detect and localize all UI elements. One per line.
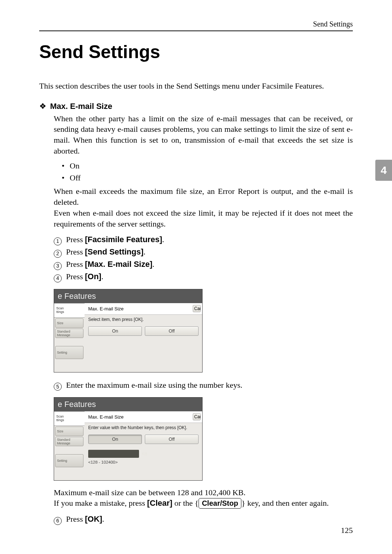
device-side-setting-2[interactable]: Setting	[55, 454, 83, 467]
device-screenshot-1: e Features Scan ttings Size Standard Mes…	[54, 289, 203, 372]
device-side-standard-message-2[interactable]: Standard Message	[55, 437, 83, 446]
step-6: Press [OK].	[66, 513, 353, 525]
note-mistake: If you make a mistake, press [Clear] or …	[54, 498, 353, 509]
step-4: Press [On].	[66, 270, 353, 283]
note-mistake-pre: If you make a mistake, press	[54, 498, 147, 508]
step-4-suffix: .	[101, 272, 103, 281]
step-number-2: 2	[54, 250, 62, 258]
step-3-prefix: Press	[66, 260, 85, 269]
device-on-button-2[interactable]: On	[88, 435, 142, 444]
step-number-3: 3	[54, 262, 62, 270]
page-number: 125	[341, 526, 353, 535]
step-number-4: 4	[54, 274, 62, 282]
step-number-5: 5	[54, 383, 62, 391]
step-2-bold: [Send Settings]	[85, 247, 143, 256]
note-mistake-clear: [Clear]	[147, 498, 172, 508]
step-4-prefix: Press	[66, 272, 85, 281]
step-5: Enter the maximum e-mail size using the …	[66, 379, 353, 391]
step-1-prefix: Press	[66, 235, 85, 244]
note-mistake-mid: or the	[172, 498, 195, 508]
device-tab-scan-line2: ttings	[56, 310, 64, 314]
section-para-1: When the other party has a limit on the …	[54, 113, 353, 156]
device-titlebar-2: e Features	[54, 398, 202, 411]
page-title: Send Settings	[39, 41, 353, 62]
section-para-3: Even when e-mail does not exceed the siz…	[54, 208, 353, 229]
device-side-size-2[interactable]: Size	[55, 427, 83, 436]
note-range: Maximum e-mail size can be between 128 a…	[54, 487, 353, 498]
note-mistake-post: key, and then enter again.	[245, 498, 329, 508]
step-6-prefix: Press	[66, 514, 85, 524]
option-off: Off	[62, 172, 353, 184]
device-side-standard-message[interactable]: Standard Message	[55, 329, 83, 338]
clear-stop-key: Clear/Stop	[199, 498, 241, 509]
diamond-bullet-icon: ❖	[39, 102, 46, 110]
option-on: On	[62, 160, 353, 172]
device-range-label: <128 - 102400>	[85, 459, 202, 468]
step-6-bold: [OK]	[85, 514, 102, 524]
device-tab-scan-2[interactable]: Scan ttings	[54, 411, 85, 426]
step-1: Press [Facsimile Features].	[66, 233, 353, 246]
step-2-suffix: .	[143, 247, 146, 256]
device-off-button[interactable]: Off	[145, 326, 199, 336]
step-1-suffix: .	[162, 235, 164, 244]
device-off-button-2[interactable]: Off	[145, 435, 199, 444]
device-screenshot-2: e Features Scan ttings Size Standard Mes…	[54, 397, 203, 481]
device-side-size[interactable]: Size	[55, 318, 83, 328]
device-cancel-button[interactable]: Can	[193, 305, 201, 312]
intro-paragraph: This section describes the user tools in…	[39, 81, 353, 91]
step-number-1: 1	[54, 237, 62, 245]
step-3: Press [Max. E-mail Size].	[66, 258, 353, 270]
step-3-suffix: .	[152, 260, 155, 269]
device-cancel-button-2[interactable]: Can	[193, 413, 201, 420]
device-panel-title-2: Max. E-mail Size	[88, 414, 124, 420]
step-3-bold: [Max. E-mail Size]	[85, 260, 152, 269]
device-on-button[interactable]: On	[88, 326, 142, 336]
device-hint: Select item, then press [OK].	[85, 315, 202, 326]
device-tab-scan2-line2: ttings	[56, 419, 64, 422]
step-number-6: 6	[54, 517, 62, 525]
running-head: Send Settings	[39, 20, 353, 31]
step-2-prefix: Press	[66, 247, 85, 256]
device-tab-scan[interactable]: Scan ttings	[54, 303, 85, 318]
device-titlebar: e Features	[54, 289, 202, 303]
step-1-bold: [Facsimile Features]	[85, 235, 162, 244]
device-panel-title: Max. E-mail Size	[88, 306, 124, 311]
section-para-2: When e-mail exceeds the maximum file siz…	[54, 186, 353, 207]
step-4-bold: [On]	[85, 272, 101, 281]
device-size-input[interactable]	[88, 450, 139, 458]
device-side-setting[interactable]: Setting	[55, 346, 83, 359]
device-hint-2: Enter value with the Number keys, then p…	[85, 423, 202, 434]
section-heading: Max. E-mail Size	[50, 102, 112, 111]
step-2: Press [Send Settings].	[66, 246, 353, 258]
step-6-suffix: .	[102, 514, 105, 524]
device-kb-label: KB	[142, 452, 147, 456]
chapter-tab: 4	[375, 160, 392, 181]
